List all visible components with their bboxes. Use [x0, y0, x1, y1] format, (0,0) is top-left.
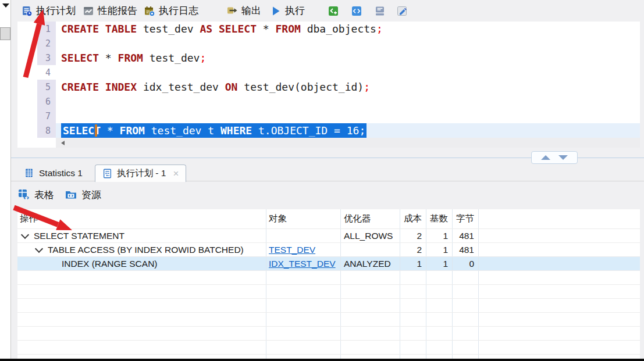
splitter-control[interactable]: [531, 151, 578, 164]
code-block-button[interactable]: [351, 3, 362, 19]
tab-statistics[interactable]: Statistics 1: [17, 165, 90, 181]
sql-token: *: [107, 124, 120, 137]
plan-row[interactable]: TABLE ACCESS (BY INDEX ROWID BATCHED)TES…: [17, 243, 640, 257]
tab-execution-plan[interactable]: 执行计划 - 1 ×: [95, 165, 186, 182]
object-link[interactable]: IDX_TEST_DEV: [269, 259, 336, 269]
empty-cell: [453, 341, 479, 354]
edit-sql-button[interactable]: [396, 3, 408, 19]
column-header-object[interactable]: 对象: [266, 209, 341, 228]
editor-gutter: 2: [17, 36, 56, 51]
performance-report-label: 性能报告: [98, 4, 137, 17]
line-number: 6: [37, 94, 56, 109]
code-line[interactable]: SELECT * FROM test_dev t WHERE t.OBJECT_…: [56, 123, 640, 138]
left-rail: [0, 0, 11, 359]
editor-line[interactable]: 8SELECT * FROM test_dev t WHERE t.OBJECT…: [17, 123, 640, 138]
empty-cell: [17, 299, 266, 312]
editor-line[interactable]: 2: [17, 36, 640, 51]
empty-cell: [341, 327, 400, 340]
editor-line[interactable]: 5CREATE INDEX idx_test_dev ON test_dev(o…: [17, 80, 640, 94]
left-rail-thumb[interactable]: [0, 27, 10, 40]
plan-empty-row: [17, 341, 640, 355]
column-header-cardinality[interactable]: 基数: [426, 209, 453, 228]
editor-line[interactable]: 1CREATE TABLE test_dev AS SELECT * FROM …: [17, 22, 640, 36]
empty-cell: [400, 299, 426, 312]
object-link[interactable]: TEST_DEV: [269, 245, 315, 255]
execution-plan-button[interactable]: 执行计划: [21, 3, 76, 19]
plan-cell-operation: TABLE ACCESS (BY INDEX ROWID BATCHED): [17, 243, 266, 256]
column-header-bytes[interactable]: 字节: [453, 209, 479, 228]
execute-icon: [270, 5, 282, 17]
sql-script-button[interactable]: [374, 3, 386, 19]
execution-log-button[interactable]: 执行日志: [144, 3, 198, 19]
output-button[interactable]: 输出: [226, 3, 261, 19]
plan-cell-bytes: 481: [453, 229, 479, 242]
code-line[interactable]: [56, 94, 640, 109]
empty-cell: [17, 285, 266, 298]
line-number: 2: [37, 36, 56, 51]
plan-cell-operation: SELECT STATEMENT: [17, 229, 266, 242]
table-view-button[interactable]: 表格: [17, 188, 54, 202]
empty-cell: [17, 313, 266, 326]
sql-token: SELECT: [63, 124, 107, 137]
code-line[interactable]: [56, 65, 640, 80]
minimize-down-icon[interactable]: [558, 155, 568, 160]
editor-line[interactable]: 4: [17, 65, 640, 80]
column-header-operation[interactable]: 操作: [17, 209, 266, 228]
empty-cell: [341, 299, 400, 312]
performance-report-button[interactable]: 性能报告: [83, 3, 137, 19]
editor-line[interactable]: 3SELECT * FROM test_dev;: [17, 51, 640, 65]
code-line[interactable]: [56, 109, 640, 123]
sql-token: FROM: [120, 124, 151, 137]
statistics-tab-icon: [24, 168, 34, 178]
scroll-left-arrow-icon[interactable]: [61, 141, 65, 145]
plan-row[interactable]: SELECT STATEMENTALL_ROWS21481: [17, 229, 640, 243]
empty-cell: [453, 271, 479, 284]
text-caret: [95, 124, 97, 137]
execute-label: 执行: [285, 4, 305, 17]
execution-plan-table: 操作 对象 优化器 成本 基数 字节 SELECT STATEMENTALL_R…: [17, 209, 640, 359]
sql-editor[interactable]: 1CREATE TABLE test_dev AS SELECT * FROM …: [17, 22, 640, 148]
plan-cell-cost: 2: [400, 243, 426, 256]
tree-expand-icon[interactable]: [21, 230, 29, 238]
plan-cell-optimizer: ALL_ROWS: [341, 229, 400, 242]
column-header-optimizer[interactable]: 优化器: [341, 209, 400, 228]
maximize-up-icon[interactable]: [541, 155, 550, 160]
collapse-caret-icon[interactable]: [2, 3, 9, 8]
plan-cell-cost: 2: [400, 229, 426, 242]
column-header-cost[interactable]: 成本: [400, 209, 426, 228]
line-number: 1: [37, 22, 56, 36]
sql-token: test_dev t: [151, 124, 220, 137]
code-line[interactable]: SELECT * FROM test_dev;: [56, 51, 640, 65]
editor-line[interactable]: 6: [17, 94, 640, 109]
add-code-button[interactable]: [328, 3, 339, 19]
sql-token: test_dev: [143, 23, 200, 35]
plan-empty-row: [17, 313, 640, 327]
empty-cell: [426, 271, 453, 284]
plan-empty-row: [17, 271, 640, 285]
plan-cell-filler: [479, 229, 640, 242]
editor-lines[interactable]: 1CREATE TABLE test_dev AS SELECT * FROM …: [17, 22, 640, 138]
plan-cell-object: [266, 229, 341, 242]
sql-token: FROM: [276, 23, 307, 35]
plan-cell-optimizer: ANALYZED: [341, 257, 400, 270]
empty-cell: [453, 313, 479, 326]
code-line[interactable]: CREATE TABLE test_dev AS SELECT * FROM d…: [56, 22, 640, 36]
empty-cell: [426, 299, 453, 312]
editor-horizontal-scrollbar[interactable]: [56, 138, 640, 148]
empty-cell: [341, 285, 400, 298]
code-line[interactable]: CREATE INDEX idx_test_dev ON test_dev(ob…: [56, 80, 640, 94]
editor-gutter: 6: [17, 94, 56, 109]
edit-sql-icon: [396, 5, 408, 17]
tab-close-icon[interactable]: ×: [173, 169, 179, 178]
sql-token: FROM: [118, 52, 150, 64]
editor-line[interactable]: 7: [17, 109, 640, 123]
plan-row[interactable]: INDEX (RANGE SCAN)IDX_TEST_DEVANALYZED11…: [17, 257, 640, 271]
resource-view-button[interactable]: 资源: [65, 188, 101, 202]
execute-button[interactable]: 执行: [270, 3, 305, 19]
code-line[interactable]: [56, 36, 640, 51]
empty-cell: [266, 355, 341, 359]
line-number: 5: [37, 80, 56, 94]
tree-expand-icon[interactable]: [35, 244, 43, 252]
empty-cell: [266, 285, 341, 298]
operation-text: TABLE ACCESS (BY INDEX ROWID BATCHED): [48, 245, 244, 255]
